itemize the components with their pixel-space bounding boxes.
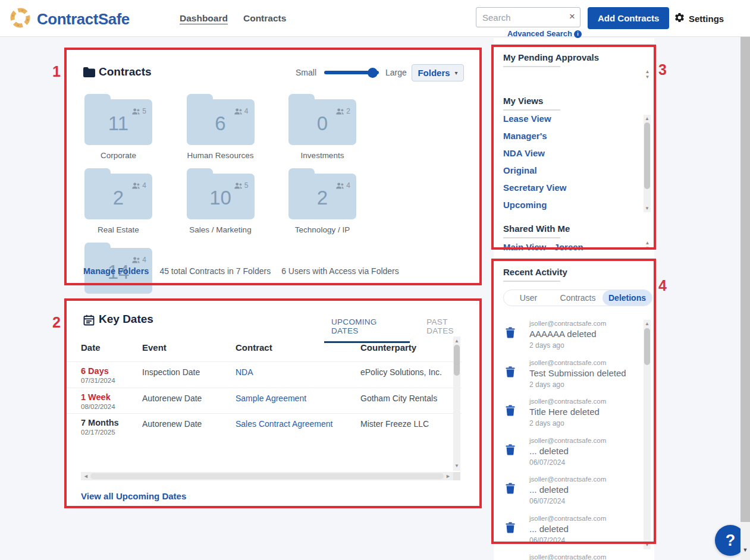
scroll-right-icon[interactable]: ► xyxy=(445,472,451,480)
key-date-date: 07/31/2024 xyxy=(81,377,115,384)
activity-entry[interactable]: jsoller@contractsafe.com AAAAAA deleted … xyxy=(494,319,642,358)
key-dates-panel: Key Dates UPCOMING DATES PAST DATES Date… xyxy=(64,298,482,508)
activity-action: ... deleted xyxy=(529,446,569,456)
my-views-scrollbar[interactable]: ▲ ▼ xyxy=(644,115,651,212)
key-date-contract-link[interactable]: Sample Agreement xyxy=(236,394,306,403)
nav-link[interactable]: Contracts xyxy=(243,13,286,24)
spin-up-icon[interactable]: ▲ xyxy=(644,69,651,74)
activity-entry[interactable]: jsoller@contractsafe.com ... deleted 06/… xyxy=(494,474,642,514)
scroll-up-icon[interactable]: ▲ xyxy=(644,320,651,328)
key-date-event: Autorenew Date xyxy=(142,394,202,403)
contract-folder[interactable]: 4 2 xyxy=(288,168,356,219)
activity-scrollbar[interactable]: ▲ ▼ xyxy=(644,320,651,549)
scrollbar-thumb[interactable] xyxy=(644,328,650,365)
view-link[interactable]: NDA View xyxy=(503,148,566,165)
activity-tab[interactable]: User xyxy=(504,290,553,306)
activity-tab[interactable]: Deletions xyxy=(602,290,652,306)
view-link[interactable]: Original xyxy=(503,165,566,183)
activity-entry[interactable]: jsoller@contractsafe.com ... deleted 06/… xyxy=(494,514,642,553)
contract-folder[interactable]: 2 0 xyxy=(288,94,356,145)
view-link[interactable]: Secretary View xyxy=(503,183,566,200)
info-icon: i xyxy=(574,30,582,38)
view-link[interactable]: Manager's xyxy=(503,131,566,148)
contract-folder[interactable]: 5 10 xyxy=(187,168,255,219)
folder-contract-count: 11 xyxy=(84,112,152,135)
manage-folders-link[interactable]: Manage Folders xyxy=(83,266,149,276)
activity-action: AAAAAA deleted xyxy=(529,329,597,339)
key-dates-horizontal-scrollbar[interactable]: ◄ ► xyxy=(81,472,453,480)
folder-grid: 5 11 Corporate 4 xyxy=(84,94,477,317)
spin-down-icon[interactable]: ▼ xyxy=(644,246,651,251)
folder-contract-count: 6 xyxy=(187,112,255,135)
activity-entry[interactable]: jsoller@contractsafe.com xyxy=(494,552,642,560)
activity-user: jsoller@contractsafe.com xyxy=(529,320,606,327)
contract-folder[interactable]: 4 2 xyxy=(84,168,152,219)
scroll-up-icon[interactable]: ▲ xyxy=(644,115,651,122)
column-header-event: Event xyxy=(142,342,167,353)
view-selector-dropdown[interactable]: Folders ▾ xyxy=(412,64,464,81)
shared-with-me-title: Shared With Me xyxy=(503,224,570,234)
key-dates-vertical-scrollbar[interactable]: ▲ ▼ xyxy=(453,336,460,471)
key-date-contract-link[interactable]: NDA xyxy=(236,367,253,377)
folder-name: Corporate xyxy=(71,151,166,160)
brand-logo[interactable]: ContractSafe xyxy=(8,6,130,32)
scroll-down-icon[interactable]: ▼ xyxy=(644,205,651,212)
annotation-label-3: 3 xyxy=(658,61,667,78)
activity-entry[interactable]: jsoller@contractsafe.com ... deleted 06/… xyxy=(494,436,642,475)
scroll-up-icon[interactable]: ▲ xyxy=(453,338,460,345)
activity-tab[interactable]: Contracts xyxy=(553,290,602,306)
page-scroll-down-icon[interactable]: ▼ xyxy=(740,547,750,553)
shared-views-spinner[interactable]: ▲ ▼ xyxy=(644,240,651,251)
clear-search-icon[interactable]: × xyxy=(569,11,575,23)
search-box: × xyxy=(476,7,580,27)
shared-view-link[interactable]: Main View - Joreen xyxy=(503,242,583,259)
view-all-upcoming-dates-link[interactable]: View all Upcoming Dates xyxy=(81,491,186,501)
slider-small-label: Small xyxy=(296,68,316,77)
main-nav: Dashboard Contracts xyxy=(180,0,286,37)
advanced-search-link[interactable]: Advanced Searchi xyxy=(476,29,582,38)
page-scrollbar[interactable]: ▼ xyxy=(740,37,750,560)
activity-list: jsoller@contractsafe.com AAAAAA deleted … xyxy=(494,319,642,560)
spin-up-icon[interactable]: ▲ xyxy=(644,240,651,246)
activity-timestamp: 06/07/2024 xyxy=(529,497,565,505)
scroll-down-icon[interactable]: ▼ xyxy=(644,542,651,549)
recent-activity-tabs: User Contracts Deletions xyxy=(503,290,652,306)
scrollbar-thumb[interactable] xyxy=(454,345,460,376)
view-link[interactable]: Upcoming xyxy=(503,200,566,217)
add-contracts-button[interactable]: Add Contracts xyxy=(588,7,669,29)
contract-folder[interactable]: 5 11 xyxy=(84,94,152,145)
contract-folder[interactable]: 4 6 xyxy=(187,94,255,145)
nav-link[interactable]: Dashboard xyxy=(180,13,228,24)
scrollbar-thumb[interactable] xyxy=(90,473,444,479)
folder-cell: 4 6 Human Resources xyxy=(187,94,289,168)
brand-name: ContractSafe xyxy=(37,10,130,29)
my-views-title: My Views xyxy=(503,96,543,106)
annotation-label-4: 4 xyxy=(658,277,667,294)
spin-down-icon[interactable]: ▼ xyxy=(644,74,651,80)
settings-button[interactable]: Settings xyxy=(674,0,724,37)
activity-entry[interactable]: jsoller@contractsafe.com Test Submission… xyxy=(494,358,642,397)
folder-cell: 4 2 Technology / IP xyxy=(288,168,391,243)
activity-timestamp: 06/07/2024 xyxy=(529,458,565,467)
key-date-relative: 6 Days xyxy=(81,366,109,376)
key-date-counterparty: Mister Freeze LLC xyxy=(360,419,429,429)
scroll-down-icon[interactable]: ▼ xyxy=(453,463,460,470)
pending-approvals-spinner[interactable]: ▲ ▼ xyxy=(644,69,651,80)
view-link[interactable]: Lease View xyxy=(503,114,566,131)
trash-icon xyxy=(506,483,515,496)
key-date-contract-link[interactable]: Sales Contract Agreement xyxy=(236,419,332,429)
search-input[interactable] xyxy=(476,7,580,27)
activity-entry[interactable]: jsoller@contractsafe.com Title Here dele… xyxy=(494,397,642,436)
scroll-left-icon[interactable]: ◄ xyxy=(83,472,89,480)
users-access-summary: 6 Users with Access via Folders xyxy=(281,266,399,276)
folder-size-slider-thumb[interactable] xyxy=(368,68,378,78)
scrollbar-thumb[interactable] xyxy=(644,122,650,189)
folder-contract-count: 10 xyxy=(187,187,255,209)
contractsafe-knot-icon xyxy=(8,6,32,32)
chevron-down-icon: ▾ xyxy=(455,70,458,76)
key-dates-rows: 6 Days 07/31/2024 Inspection Date NDA eP… xyxy=(64,361,462,440)
right-sidebar: My Pending Approvals ▲ ▼ My Views Lease … xyxy=(494,38,654,560)
page-scrollbar-thumb[interactable] xyxy=(740,37,750,522)
key-dates-tab[interactable]: PAST DATES xyxy=(419,315,482,343)
key-dates-tab[interactable]: UPCOMING DATES xyxy=(324,315,410,343)
